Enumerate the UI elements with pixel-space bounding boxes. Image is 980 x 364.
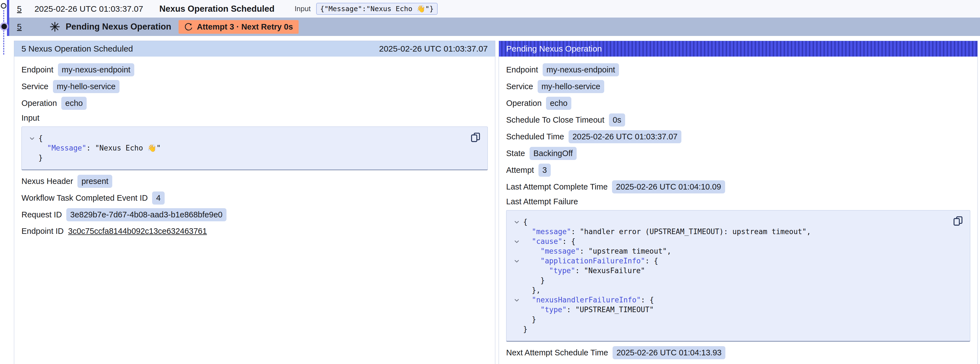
code-line: "type": "UPSTREAM_TIMEOUT" xyxy=(510,305,945,315)
json-text: : "Nexus Echo 👋" xyxy=(86,144,161,152)
code-line: "message": "upstream timeout", xyxy=(510,246,945,256)
timeline-connector-line xyxy=(3,10,4,54)
json-viewer: {"message": "handler error (UPSTREAM_TIM… xyxy=(506,210,970,342)
field-row-schedule-to-close-timeout: Schedule To Close Timeout0s xyxy=(506,113,970,126)
event-input-label: Input xyxy=(294,5,310,13)
field-value-badge: 2025-02-26 UTC 01:04:10.09 xyxy=(612,180,725,193)
code-text: "type": "UPSTREAM_TIMEOUT" xyxy=(523,305,654,315)
event-detail-panel: 5 Nexus Operation Scheduled 2025-02-26 U… xyxy=(14,41,495,364)
copy-icon[interactable] xyxy=(470,132,481,142)
field-label: Attempt xyxy=(506,166,534,175)
retry-icon xyxy=(184,22,193,31)
event-timestamp: 2025-02-26 UTC 01:03:37.07 xyxy=(35,4,143,14)
field-row-workflow-task-completed-event-id: Workflow Task Completed Event ID4 xyxy=(21,192,488,204)
code-text: } xyxy=(38,153,43,163)
collapse-chevron-icon[interactable] xyxy=(510,258,523,264)
collapse-chevron-icon[interactable] xyxy=(510,297,523,303)
field-row-endpoint: Endpointmy-nexus-endpoint xyxy=(21,63,488,77)
json-text: } xyxy=(541,276,545,284)
event-detail-header: 5 Nexus Operation Scheduled 2025-02-26 U… xyxy=(14,41,495,57)
pending-title: Pending Nexus Operation xyxy=(66,22,171,32)
collapse-chevron-icon[interactable] xyxy=(510,239,523,245)
code-line: "nexusHandlerFailureInfo": { xyxy=(510,295,945,305)
field-value-badge: 0s xyxy=(609,113,625,126)
field-input: Input {"Message": "Nexus Echo 👋"} xyxy=(21,113,488,170)
code-line: { xyxy=(510,217,945,227)
pending-event-id-link[interactable]: 5 xyxy=(17,22,22,32)
field-value-badge: 3e829b7e-7d67-4b08-aad3-b1e868bfe9e0 xyxy=(66,208,226,221)
field-label: Service xyxy=(21,82,48,91)
event-detail-title: 5 Nexus Operation Scheduled xyxy=(21,44,133,54)
field-value-badge: echo xyxy=(546,97,571,110)
json-text: { xyxy=(38,134,43,142)
field-label: Operation xyxy=(506,99,541,108)
code-line: "applicationFailureInfo": { xyxy=(510,256,945,266)
json-key: "type" xyxy=(549,267,575,275)
field-row-scheduled-time: Scheduled Time2025-02-26 UTC 01:03:37.07 xyxy=(506,130,970,143)
field-value-badge: my-nexus-endpoint xyxy=(58,63,135,77)
json-text: } xyxy=(532,315,536,324)
code-line: "type": "NexusFailure" xyxy=(510,266,945,276)
code-text: "Message": "Nexus Echo 👋" xyxy=(38,143,161,153)
code-text: } xyxy=(523,324,528,334)
json-text: : { xyxy=(641,296,654,304)
json-text: { xyxy=(523,218,528,226)
copy-icon[interactable] xyxy=(953,216,963,226)
event-input-value-chip: {"Message":"Nexus Echo 👋"} xyxy=(316,3,438,15)
field-label: Workflow Task Completed Event ID xyxy=(21,193,148,203)
json-key: "nexusHandlerFailureInfo" xyxy=(532,296,641,304)
code-text: } xyxy=(523,315,536,324)
event-row-nexus-operation-scheduled[interactable]: 5 2025-02-26 UTC 01:03:37.07 Nexus Opera… xyxy=(9,0,980,18)
field-row-endpoint: Endpointmy-nexus-endpoint xyxy=(506,63,970,77)
field-last-attempt-failure: Last Attempt Failure {"message": "handle… xyxy=(506,197,970,342)
json-text: } xyxy=(523,325,528,333)
endpoint-id-link[interactable]: 3c0c75ccfa8144b092c13ce632463761 xyxy=(68,227,207,236)
code-text: }, xyxy=(523,286,541,295)
event-history-rows: 5 2025-02-26 UTC 01:03:37.07 Nexus Opera… xyxy=(9,0,980,36)
event-id-link[interactable]: 5 xyxy=(17,4,22,14)
field-label: Schedule To Close Timeout xyxy=(506,115,605,125)
field-row-endpoint-id: Endpoint ID3c0c75ccfa8144b092c13ce632463… xyxy=(21,225,488,237)
pending-nexus-operation-row[interactable]: 5 Pending Nexus Operation Attempt 3 · Ne… xyxy=(9,18,980,36)
event-title: Nexus Operation Scheduled xyxy=(159,4,274,14)
field-label: Endpoint ID xyxy=(21,227,64,236)
code-text: "type": "NexusFailure" xyxy=(523,266,645,276)
json-key: "message" xyxy=(532,227,571,236)
code-line: "cause": { xyxy=(510,236,945,246)
field-label: State xyxy=(506,149,525,158)
timeline-node-event-icon xyxy=(1,3,6,9)
code-line: }, xyxy=(510,286,945,295)
json-viewer: {"Message": "Nexus Echo 👋"} xyxy=(21,126,488,170)
field-value-badge: my-nexus-endpoint xyxy=(542,63,619,77)
event-detail-body: Endpointmy-nexus-endpointServicemy-hello… xyxy=(14,57,495,247)
pending-asterisk-icon xyxy=(49,21,60,32)
field-row-attempt: Attempt3 xyxy=(506,164,970,177)
code-text: "message": "upstream timeout", xyxy=(523,246,671,256)
field-label: Input xyxy=(21,113,488,123)
json-text: : "handler error (UPSTREAM_TIMEOUT): ups… xyxy=(571,227,811,236)
field-value-badge: present xyxy=(78,175,112,188)
field-label: Operation xyxy=(21,99,57,108)
field-value-badge: 2025-02-26 UTC 01:03:37.07 xyxy=(568,130,681,143)
pending-operation-header: Pending Nexus Operation xyxy=(499,41,977,57)
retry-badge: Attempt 3 · Next Retry 0s xyxy=(178,20,299,34)
pending-operation-title: Pending Nexus Operation xyxy=(506,44,602,54)
json-text: : "UPSTREAM_TIMEOUT" xyxy=(566,305,654,314)
field-row-nexus-header: Nexus Headerpresent xyxy=(21,175,488,188)
field-label: Endpoint xyxy=(506,65,538,74)
collapse-chevron-icon[interactable] xyxy=(25,136,38,142)
event-detail-timestamp: 2025-02-26 UTC 01:03:37.07 xyxy=(379,44,488,54)
field-row-service: Servicemy-hello-service xyxy=(21,80,488,93)
collapse-chevron-icon[interactable] xyxy=(510,219,523,225)
json-text: }, xyxy=(532,286,541,294)
field-value-badge: 4 xyxy=(152,192,164,204)
field-row-last-attempt-complete-time: Last Attempt Complete Time2025-02-26 UTC… xyxy=(506,180,970,193)
pending-operation-body: Endpointmy-nexus-endpointServicemy-hello… xyxy=(499,57,977,364)
code-line: } xyxy=(510,324,945,334)
field-label: Service xyxy=(506,82,533,91)
json-key: "type" xyxy=(541,305,566,314)
json-text: : "NexusFailure" xyxy=(575,267,645,275)
field-value-badge: echo xyxy=(61,97,87,110)
field-row-next-attempt-schedule-time: Next Attempt Schedule Time2025-02-26 UTC… xyxy=(506,346,970,359)
timeline-node-current-icon xyxy=(2,24,7,29)
